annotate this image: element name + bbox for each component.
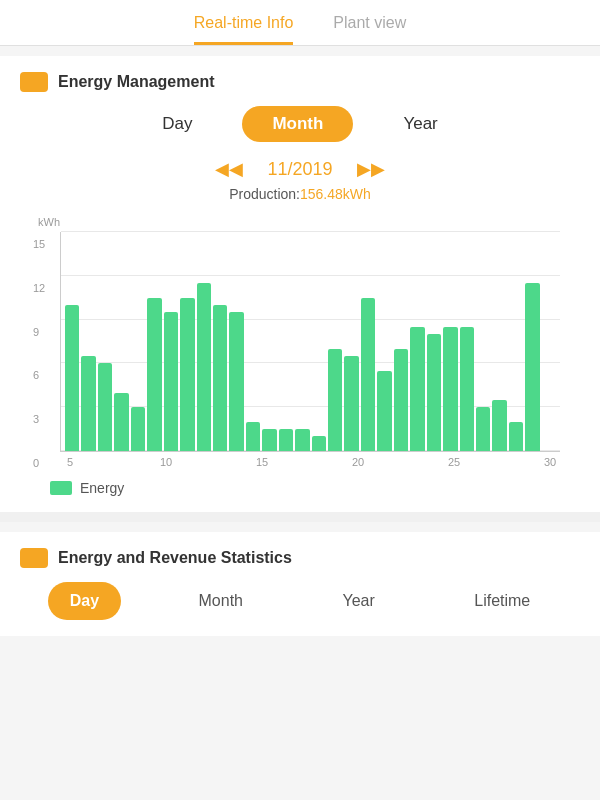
energy-icon [20,72,48,92]
bar-24 [443,327,457,451]
x-tick-10: 10 [160,456,172,468]
bars-wrapper [61,232,560,451]
bar-11 [229,312,243,451]
stats-period-selector: Day Month Year Lifetime [20,582,580,620]
period-year-btn[interactable]: Year [373,106,467,142]
bar-14 [279,429,293,451]
bar-16 [312,436,326,451]
period-selector: Day Month Year [20,106,580,142]
bar-8 [180,298,194,451]
x-tick-15: 15 [256,456,268,468]
chart-area: 15 12 9 6 3 0 [60,232,560,452]
x-tick-25: 25 [448,456,460,468]
production-value: 156.48kWh [300,186,371,202]
bar-13 [262,429,276,451]
bar-9 [197,283,211,451]
stats-period-lifetime-btn[interactable]: Lifetime [452,582,552,620]
energy-statistics-section: Energy and Revenue Statistics Day Month … [0,532,600,636]
period-day-btn[interactable]: Day [132,106,222,142]
stats-icon [20,548,48,568]
y-tick-15: 15 [33,238,45,250]
period-month-btn[interactable]: Month [242,106,353,142]
energy-management-section: Energy Management Day Month Year ◀◀ 11/2… [0,56,600,512]
legend-energy-box [50,481,72,495]
y-tick-6: 6 [33,369,39,381]
stats-period-month-btn[interactable]: Month [177,582,265,620]
bar-29 [525,283,539,451]
y-tick-12: 12 [33,282,45,294]
production-label: Production:156.48kWh [20,186,580,202]
section-title: Energy Management [58,73,214,91]
stats-period-year-btn[interactable]: Year [320,582,396,620]
bar-1 [65,305,79,451]
next-arrow[interactable]: ▶▶ [357,158,385,180]
bar-25 [460,327,474,451]
stats-section-header: Energy and Revenue Statistics [20,548,580,568]
prev-arrow[interactable]: ◀◀ [215,158,243,180]
chart-container: kWh 15 12 9 6 3 0 5 10 15 20 25 30 [20,216,580,468]
date-nav: ◀◀ 11/2019 ▶▶ [20,158,580,180]
chart-legend: Energy [50,480,580,496]
y-axis-label: kWh [38,216,570,228]
top-tab-bar: Real-time Info Plant view [0,0,600,46]
y-tick-9: 9 [33,326,39,338]
bar-23 [427,334,441,451]
bar-2 [81,356,95,451]
bar-19 [361,298,375,451]
bar-15 [295,429,309,451]
x-tick-5: 5 [64,456,76,468]
bar-18 [344,356,358,451]
bar-26 [476,407,490,451]
bar-17 [328,349,342,451]
y-tick-0: 0 [33,457,39,469]
section-header: Energy Management [20,72,580,92]
bar-21 [394,349,408,451]
legend-energy-label: Energy [80,480,124,496]
bar-3 [98,363,112,451]
x-tick-20: 20 [352,456,364,468]
tab-plantview[interactable]: Plant view [333,14,406,45]
bar-12 [246,422,260,451]
bar-6 [147,298,161,451]
bar-7 [164,312,178,451]
bar-20 [377,371,391,451]
divider [0,512,600,522]
tab-realtime[interactable]: Real-time Info [194,14,294,45]
date-display: 11/2019 [267,159,332,180]
x-tick-30: 30 [544,456,556,468]
stats-section-title: Energy and Revenue Statistics [58,549,292,567]
stats-period-day-btn[interactable]: Day [48,582,121,620]
x-axis: 5 10 15 20 25 30 [60,456,560,468]
y-tick-3: 3 [33,413,39,425]
bar-10 [213,305,227,451]
bar-27 [492,400,506,451]
bar-28 [509,422,523,451]
bar-4 [114,393,128,451]
bar-5 [131,407,145,451]
bar-22 [410,327,424,451]
